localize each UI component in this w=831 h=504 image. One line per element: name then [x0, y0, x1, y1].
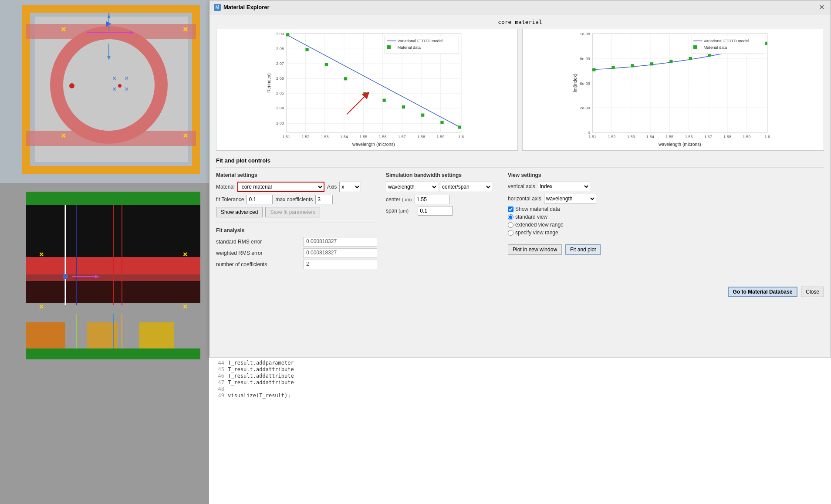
- svg-text:2.09: 2.09: [276, 32, 284, 36]
- svg-text:Variational FTDTD model: Variational FTDTD model: [704, 39, 749, 43]
- weighted-rms-row: weighted RMS error 0.000818327: [216, 248, 377, 258]
- wavelength-select[interactable]: wavelength frequency: [386, 182, 438, 192]
- sim-top-svg: × × × × × × × ×: [0, 0, 209, 183]
- plot-buttons-row: Plot in new window Fit and plot: [508, 244, 824, 255]
- material-settings-panel: Material settings Material core material…: [216, 172, 377, 271]
- num-coefficients-value: 2: [303, 260, 377, 269]
- svg-text:6e-09: 6e-09: [580, 81, 590, 86]
- svg-text:2e-09: 2e-09: [580, 106, 590, 110]
- line-code-47: T_result.addattribute: [228, 379, 294, 386]
- svg-text:1.59: 1.59: [743, 135, 750, 139]
- svg-text:1.53: 1.53: [321, 135, 329, 139]
- show-material-data-row: Show material data: [508, 206, 824, 212]
- svg-rect-135: [631, 64, 634, 67]
- center-span-select[interactable]: center/span min/max: [440, 182, 492, 192]
- svg-text:1.57: 1.57: [704, 135, 712, 139]
- weighted-rms-value: 0.000818327: [303, 248, 377, 258]
- show-advanced-button[interactable]: Show advanced: [216, 207, 263, 217]
- num-coefficients-row: number of coefficients 2: [216, 260, 377, 269]
- svg-rect-138: [689, 57, 692, 60]
- center-row: center (μm): [386, 195, 499, 204]
- horizontal-axis-select[interactable]: wavelength frequency: [544, 194, 596, 203]
- extended-view-radio[interactable]: [508, 222, 513, 228]
- fit-analysis-panel: Fit analysis standard RMS error 0.000818…: [216, 223, 377, 269]
- svg-rect-90: [383, 99, 386, 102]
- plot-in-new-window-button[interactable]: Plot in new window: [508, 244, 562, 255]
- span-input[interactable]: [418, 206, 453, 216]
- vertical-axis-row: vertical axis index permittivity: [508, 182, 824, 191]
- svg-text:1.53: 1.53: [627, 135, 635, 139]
- svg-text:×: ×: [112, 85, 116, 93]
- line-number-47: 47: [211, 379, 224, 386]
- svg-rect-93: [440, 121, 443, 124]
- max-coefficients-input[interactable]: [315, 195, 333, 204]
- im-index-svg: 1e-08 8e-09 6e-09 2e-09 0 1.51 1.52 1.53…: [523, 29, 824, 150]
- svg-rect-92: [421, 114, 424, 117]
- simulation-bw-panel: Simulation bandwidth settings wavelength…: [386, 172, 499, 271]
- fit-and-plot-button[interactable]: Fit and plot: [565, 244, 601, 255]
- material-select[interactable]: core material: [237, 182, 324, 192]
- svg-text:×: ×: [125, 74, 128, 82]
- svg-text:2.08: 2.08: [276, 47, 284, 51]
- svg-text:×: ×: [61, 131, 66, 140]
- vertical-axis-select[interactable]: index permittivity: [538, 182, 590, 191]
- svg-rect-133: [592, 68, 595, 71]
- standard-rms-value: 0.000818327: [303, 237, 377, 247]
- svg-text:1.6: 1.6: [458, 135, 464, 139]
- svg-text:Material data: Material data: [398, 45, 421, 50]
- code-line-49: 49 visualize(T_result);: [211, 392, 829, 399]
- svg-rect-46: [26, 348, 200, 359]
- dialog-close-button[interactable]: Close: [801, 287, 824, 297]
- svg-rect-99: [387, 45, 391, 49]
- core-material-title: core material: [216, 19, 824, 25]
- svg-point-22: [69, 83, 74, 88]
- save-fit-parameters-button[interactable]: Save fit parameters: [265, 207, 320, 217]
- specify-view-radio[interactable]: [508, 230, 513, 236]
- center-input[interactable]: [415, 195, 449, 204]
- svg-text:1.57: 1.57: [398, 135, 406, 139]
- svg-text:2.06: 2.06: [276, 76, 284, 81]
- svg-text:wavelength (microns): wavelength (microns): [658, 142, 701, 147]
- code-line-45: 45 T_result.addattribute: [211, 366, 829, 372]
- bw-dropdowns-row: wavelength frequency center/span min/max: [386, 182, 499, 192]
- svg-text:1.51: 1.51: [282, 135, 290, 139]
- fit-tolerance-input[interactable]: [247, 195, 273, 204]
- svg-rect-87: [325, 63, 328, 66]
- material-explorer-dialog: M Material Explorer ✕ core material: [209, 0, 831, 357]
- svg-rect-86: [305, 48, 308, 51]
- center-label: center (μm): [386, 196, 412, 203]
- svg-rect-146: [693, 45, 697, 49]
- standard-view-radio[interactable]: [508, 214, 513, 220]
- bottom-buttons-row: Go to Material Database Close: [216, 282, 824, 297]
- specify-view-label: specify view range: [515, 230, 558, 236]
- fit-tolerance-label: fit Tolerance: [216, 196, 244, 203]
- svg-text:×: ×: [183, 302, 188, 311]
- svg-text:2.05: 2.05: [276, 91, 284, 95]
- specify-view-row: specify view range: [508, 230, 824, 236]
- axis-select[interactable]: x y z: [339, 182, 361, 192]
- go-to-material-database-button[interactable]: Go to Material Database: [728, 287, 798, 297]
- svg-text:1.58: 1.58: [723, 135, 731, 139]
- dialog-icon: M: [214, 4, 221, 11]
- standard-view-row: standard view: [508, 214, 824, 220]
- im-index-chart: 1e-08 8e-09 6e-09 2e-09 0 1.51 1.52 1.53…: [522, 29, 824, 151]
- fit-plot-controls-title: Fit and plot controls: [216, 157, 824, 164]
- sim-bottom-svg: × × × ×: [0, 183, 209, 488]
- standard-view-label: standard view: [515, 214, 547, 220]
- span-label: span (μm): [386, 208, 409, 214]
- svg-rect-40: [26, 322, 65, 348]
- code-line-47: 47 T_result.addattribute: [211, 379, 829, 386]
- close-icon[interactable]: ✕: [817, 3, 826, 11]
- code-panel: 44 T_result.addparameter 45 T_result.add…: [209, 357, 831, 504]
- show-material-data-checkbox[interactable]: [508, 206, 513, 212]
- dialog-title-text: Material Explorer: [223, 4, 270, 10]
- show-material-data-label: Show material data: [515, 206, 560, 212]
- extended-view-label: extended view range: [515, 222, 564, 228]
- standard-rms-label: standard RMS error: [216, 239, 303, 245]
- svg-text:×: ×: [183, 250, 188, 259]
- svg-text:1.56: 1.56: [685, 135, 693, 139]
- line-number-49: 49: [211, 392, 224, 399]
- horizontal-axis-label: horizontal axis: [508, 196, 541, 202]
- standard-rms-row: standard RMS error 0.000818327: [216, 237, 377, 247]
- svg-rect-137: [669, 60, 672, 63]
